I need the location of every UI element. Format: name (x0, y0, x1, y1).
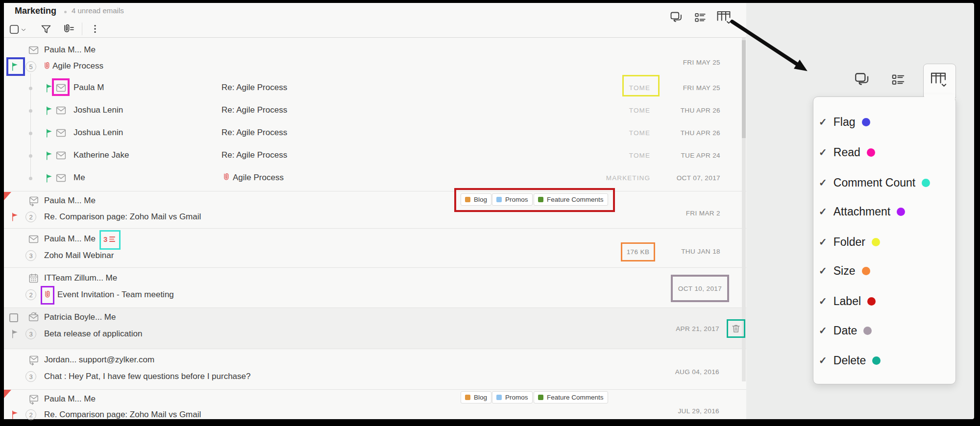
menu-item-label: Label (833, 295, 861, 308)
flag-icon[interactable] (45, 128, 55, 138)
thread-dot (29, 109, 32, 113)
email-icon (28, 45, 39, 56)
label-chip-text: Blog (474, 394, 487, 401)
email-icon (55, 105, 67, 116)
thread-sender[interactable]: Paula M... Me (44, 45, 96, 55)
child-subject[interactable]: Re: Agile Process (221, 150, 287, 160)
email-sender[interactable]: Paula M... Me (44, 196, 96, 206)
child-subject[interactable]: Re: Agile Process (221, 105, 287, 115)
label-color-square (538, 395, 543, 400)
check-icon: ✓ (819, 295, 827, 307)
folder-annotation-box (622, 75, 660, 96)
flag-icon[interactable] (11, 410, 21, 420)
annotation-arrow (725, 17, 823, 80)
table-columns-icon[interactable] (929, 70, 948, 89)
email-subject[interactable]: Re. Comparison page: Zoho Mail vs Gmail (44, 410, 201, 420)
menu-item-label: Comment Count (833, 176, 915, 189)
conversation-view-icon[interactable] (854, 71, 870, 88)
email-subject[interactable]: Chat : Hey Pat, I have few questions bef… (44, 372, 250, 381)
more-options-icon[interactable] (90, 24, 100, 34)
menu-item-comment-count[interactable]: ✓Comment Count (819, 175, 930, 190)
row-checkbox[interactable] (9, 313, 18, 322)
folder-label: MARKETING (606, 174, 650, 182)
row-divider (4, 389, 746, 390)
list-view-icon[interactable] (694, 12, 707, 24)
filter-icon[interactable] (40, 24, 52, 35)
conversation-view-icon[interactable] (669, 11, 683, 24)
email-count: 3 (25, 329, 36, 339)
menu-item-label: Attachment (833, 205, 890, 218)
label-chip-promos[interactable]: Promos (492, 391, 533, 403)
calendar-icon (28, 273, 39, 284)
email-icon (55, 150, 67, 161)
label-chip-feature-comments[interactable]: Feature Comments (534, 391, 608, 403)
email-date: THU APR 26 (681, 129, 720, 137)
menu-item-attachment[interactable]: ✓Attachment (819, 204, 905, 219)
date-annotation-box: OCT 10, 2017 (671, 275, 729, 302)
delete-color-dot (872, 356, 881, 365)
folder-label: TOME (629, 129, 650, 137)
folder-label: TOME (629, 152, 650, 159)
email-date: FRI MAY 25 (683, 84, 720, 92)
email-sender[interactable]: Paula M... Me (44, 394, 96, 404)
menu-item-date[interactable]: ✓Date (819, 323, 872, 338)
email-date: OCT 10, 2017 (678, 285, 722, 292)
child-subject[interactable]: Re: Agile Process (221, 83, 287, 93)
child-sender[interactable]: Me (74, 173, 85, 183)
email-date: FRI MAR 2 (686, 210, 720, 217)
delete-annotation-box (727, 319, 745, 338)
attachment-annotation-box (41, 286, 54, 305)
flag-icon[interactable] (45, 173, 55, 183)
email-sender[interactable]: Jordan... support@zylker.com (44, 355, 154, 365)
comment-count-number: 3 (103, 235, 107, 243)
email-date: THU JAN 18 (681, 248, 720, 255)
child-sender[interactable]: Paula M (74, 83, 104, 93)
menu-item-read[interactable]: ✓Read (819, 145, 875, 160)
folder-title: Marketing (15, 6, 56, 16)
row-divider (4, 349, 746, 349)
label-chip-blog[interactable]: Blog (461, 391, 491, 403)
select-all-checkbox[interactable] (9, 24, 20, 35)
flag-icon[interactable] (11, 212, 21, 222)
thread-count: 5 (25, 61, 36, 72)
menu-item-size[interactable]: ✓Size (819, 263, 870, 278)
label-chip-text: Promos (505, 394, 528, 401)
flag-icon[interactable] (45, 106, 55, 116)
comment-count-badge[interactable]: 3 (103, 235, 115, 243)
child-sender[interactable]: Katherine Jake (74, 150, 129, 160)
thread-date: FRI MAY 25 (683, 59, 720, 66)
menu-item-label: Folder (833, 236, 865, 249)
attachment-icon (42, 61, 52, 71)
email-replied-icon (28, 394, 39, 405)
email-subject[interactable]: Re. Comparison page: Zoho Mail vs Gmail (44, 212, 201, 222)
email-date: TUE APR 24 (681, 152, 720, 159)
flag-annotation-box (6, 57, 25, 76)
thread-dot (29, 154, 32, 158)
child-sender[interactable]: Joshua Lenin (74, 105, 123, 115)
child-sender[interactable]: Joshua Lenin (74, 128, 123, 138)
email-sender[interactable]: Patricia Boyle... Me (44, 312, 116, 322)
menu-item-label[interactable]: ✓Label (819, 294, 876, 308)
attachment-filter-icon[interactable] (62, 23, 74, 36)
select-dropdown-chevron-icon[interactable] (21, 27, 26, 33)
row-divider (4, 308, 746, 308)
email-sender[interactable]: Paula M... Me (44, 234, 96, 244)
email-subject[interactable]: Zoho Mail Webinar (44, 251, 114, 260)
email-subject[interactable]: Beta release of application (44, 329, 142, 339)
header-dot-separator (64, 11, 67, 13)
email-subject[interactable]: Event Invitation - Team meeting (57, 290, 174, 300)
email-sender[interactable]: ITTeam Zillum... Me (44, 273, 117, 283)
flag-icon[interactable] (11, 329, 21, 339)
menu-item-flag[interactable]: ✓Flag (819, 115, 870, 129)
menu-item-folder[interactable]: ✓Folder (819, 235, 880, 249)
row-divider (4, 191, 746, 191)
flag-icon[interactable] (45, 151, 55, 161)
thread-subject[interactable]: Agile Process (52, 61, 103, 71)
child-subject[interactable]: Agile Process (233, 173, 284, 183)
check-icon: ✓ (819, 116, 827, 128)
list-view-icon[interactable] (891, 73, 906, 88)
trash-icon[interactable] (731, 323, 741, 334)
attachment-color-dot (897, 208, 905, 216)
child-subject[interactable]: Re: Agile Process (221, 128, 287, 138)
menu-item-delete[interactable]: ✓Delete (819, 353, 881, 368)
